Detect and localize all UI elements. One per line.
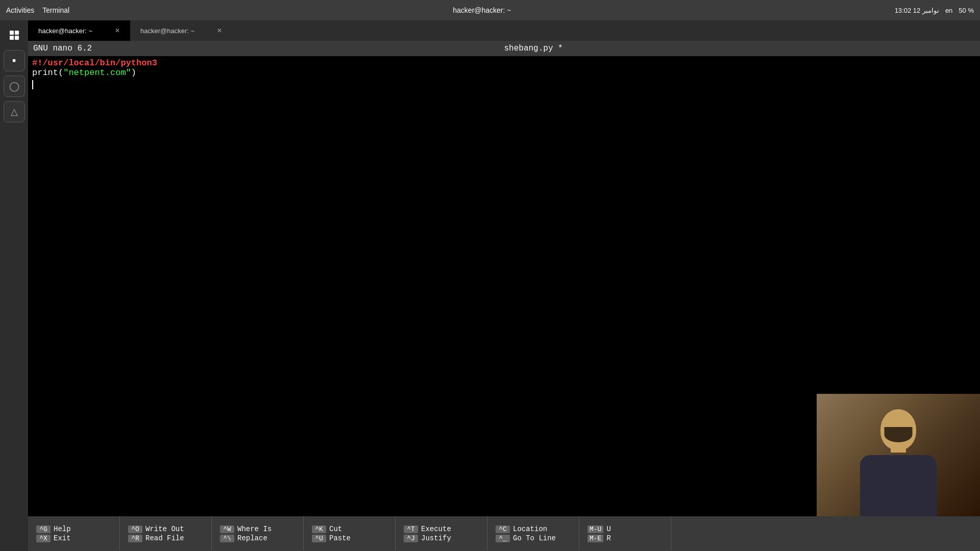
text-cursor bbox=[32, 80, 33, 89]
shortcut-label-location: Location bbox=[513, 525, 547, 533]
time-display: 13:02 12 نوامبر bbox=[895, 7, 939, 14]
shortcut-key-go-to-line: ^_ bbox=[496, 535, 510, 542]
left-dock: ■ ◯ △ bbox=[0, 20, 28, 551]
shortcut-label-where-is: Where Is bbox=[237, 525, 272, 533]
person-head bbox=[880, 409, 916, 450]
dock-icon-3-symbol: △ bbox=[11, 106, 18, 117]
system-bar: Activities Terminal hacker@hacker: ~ 13:… bbox=[0, 0, 980, 20]
system-bar-right: 13:02 12 نوامبر en 50 % bbox=[895, 7, 974, 14]
shortcut-key-redo: M-E bbox=[587, 535, 603, 542]
shortcut-group-2: ^W Where Is ^\ Replace bbox=[212, 516, 304, 551]
dock-terminal-icon[interactable]: ■ bbox=[4, 50, 25, 71]
shortcut-label-paste: Paste bbox=[329, 534, 351, 542]
shortcut-label-cut: Cut bbox=[329, 525, 342, 533]
tabs-bar: hacker@hacker: ~ ✕ hacker@hacker: ~ ✕ bbox=[28, 20, 980, 41]
shortcut-label-read-file: Read File bbox=[145, 534, 184, 542]
shortcut-label-replace: Replace bbox=[237, 534, 267, 542]
window-title: hacker@hacker: ~ bbox=[453, 6, 511, 14]
shortcut-exit[interactable]: ^X Exit bbox=[36, 534, 111, 542]
line-2-prefix: print( bbox=[32, 68, 63, 78]
person-beard bbox=[885, 427, 913, 442]
shortcut-read-file[interactable]: ^R Read File bbox=[128, 534, 203, 542]
line-2-print: print("netpent.com") bbox=[32, 68, 976, 78]
nano-filename: shebang.py * bbox=[504, 44, 563, 53]
shortcut-label-write-out: Write Out bbox=[145, 525, 184, 533]
shortcut-key-justify: ^J bbox=[404, 535, 418, 542]
shortcut-key-exit: ^X bbox=[36, 535, 51, 542]
shortcut-key-execute: ^T bbox=[404, 525, 418, 533]
shortcut-group-3: ^K Cut ^U Paste bbox=[304, 516, 396, 551]
tab-1-close[interactable]: ✕ bbox=[115, 27, 120, 34]
shortcut-label-justify: Justify bbox=[421, 534, 451, 542]
tab-1[interactable]: hacker@hacker: ~ ✕ bbox=[28, 20, 130, 41]
tab-2[interactable]: hacker@hacker: ~ ✕ bbox=[130, 20, 232, 41]
shortcut-justify[interactable]: ^J Justify bbox=[404, 534, 479, 542]
shortcut-where-is[interactable]: ^W Where Is bbox=[220, 525, 295, 533]
activities-label[interactable]: Activities bbox=[6, 6, 34, 14]
shortcut-label-help: Help bbox=[54, 525, 71, 533]
cursor-line bbox=[32, 80, 976, 89]
shortcut-help[interactable]: ^G Help bbox=[36, 525, 111, 533]
dock-apps-grid[interactable] bbox=[4, 24, 25, 46]
dock-terminal-text: ■ bbox=[12, 58, 16, 64]
language-indicator: en bbox=[945, 7, 952, 14]
shortcut-location[interactable]: ^C Location bbox=[496, 525, 571, 533]
shortcuts-bar: ^G Help ^X Exit ^O Write Out ^R Read Fil… bbox=[28, 516, 980, 551]
shortcut-key-undo: M-U bbox=[587, 525, 603, 533]
tab-1-label: hacker@hacker: ~ bbox=[38, 27, 92, 35]
system-bar-center: hacker@hacker: ~ bbox=[453, 6, 511, 14]
nano-version: GNU nano 6.2 bbox=[33, 44, 92, 53]
shortcut-paste[interactable]: ^U Paste bbox=[312, 534, 387, 542]
shortcut-label-exit: Exit bbox=[54, 534, 71, 542]
line-1-shebang: #!/usr/local/bin/python3 bbox=[32, 58, 976, 68]
shortcut-group-5: ^C Location ^_ Go To Line bbox=[487, 516, 579, 551]
shortcut-key-location: ^C bbox=[496, 525, 510, 533]
line-2-string: "netpent.com" bbox=[63, 68, 131, 78]
shortcut-key-help: ^G bbox=[36, 525, 51, 533]
shortcut-undo[interactable]: M-U U bbox=[587, 525, 663, 533]
battery-indicator: 50 % bbox=[959, 7, 974, 14]
shortcut-group-0: ^G Help ^X Exit bbox=[28, 516, 120, 551]
webcam-overlay bbox=[817, 394, 980, 516]
person-body bbox=[860, 455, 937, 516]
shortcut-group-1: ^O Write Out ^R Read File bbox=[120, 516, 212, 551]
dock-icon-3[interactable]: △ bbox=[4, 101, 25, 122]
line-2-suffix: ) bbox=[131, 68, 136, 78]
shortcut-group-6: M-U U M-E R bbox=[579, 516, 671, 551]
shortcut-group-4: ^T Execute ^J Justify bbox=[396, 516, 487, 551]
shortcut-go-to-line[interactable]: ^_ Go To Line bbox=[496, 534, 571, 542]
shortcut-key-replace: ^\ bbox=[220, 535, 234, 542]
shortcut-label-go-to-line: Go To Line bbox=[513, 534, 556, 542]
system-bar-left: Activities Terminal bbox=[6, 6, 69, 14]
shortcut-key-read-file: ^R bbox=[128, 535, 142, 542]
tab-2-label: hacker@hacker: ~ bbox=[140, 27, 194, 35]
shortcut-key-cut: ^K bbox=[312, 525, 326, 533]
shortcut-key-where-is: ^W bbox=[220, 525, 234, 533]
shortcut-label-execute: Execute bbox=[421, 525, 451, 533]
shortcut-cut[interactable]: ^K Cut bbox=[312, 525, 387, 533]
tab-2-close[interactable]: ✕ bbox=[217, 27, 222, 34]
shortcut-redo[interactable]: M-E R bbox=[587, 534, 663, 542]
shortcut-execute[interactable]: ^T Execute bbox=[404, 525, 479, 533]
shortcut-label-undo: U bbox=[606, 525, 610, 533]
shortcut-key-paste: ^U bbox=[312, 535, 326, 542]
dock-icon-2[interactable]: ◯ bbox=[4, 76, 25, 97]
terminal-label[interactable]: Terminal bbox=[42, 6, 69, 14]
shortcut-label-redo: R bbox=[606, 534, 610, 542]
dock-icon-2-symbol: ◯ bbox=[9, 81, 19, 92]
shortcut-write-out[interactable]: ^O Write Out bbox=[128, 525, 203, 533]
nano-title-bar: GNU nano 6.2 shebang.py * bbox=[28, 41, 980, 56]
shortcut-key-write-out: ^O bbox=[128, 525, 142, 533]
shortcut-replace[interactable]: ^\ Replace bbox=[220, 534, 295, 542]
